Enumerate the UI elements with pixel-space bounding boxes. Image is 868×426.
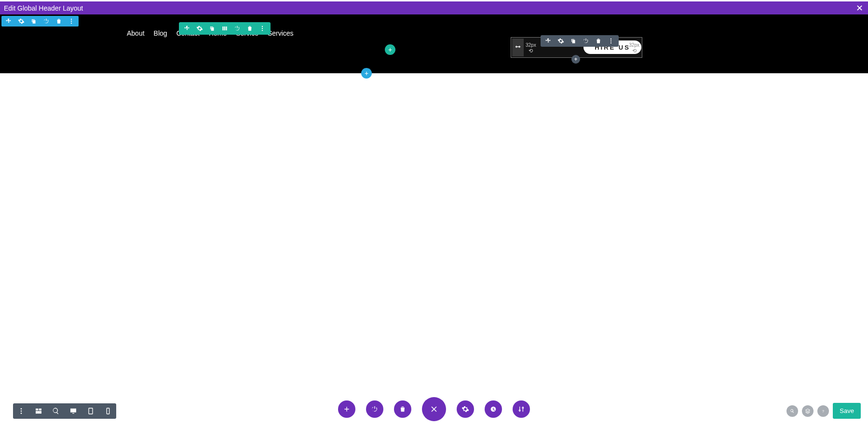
svg-point-11 — [21, 413, 22, 414]
nav-item-services[interactable]: Services — [268, 29, 294, 37]
svg-rect-13 — [107, 408, 109, 414]
svg-point-7 — [610, 40, 611, 41]
svg-point-1 — [71, 21, 72, 22]
topbar: Edit Global Header Layout ✕ — [0, 1, 868, 14]
more-icon[interactable] — [259, 25, 266, 32]
history-button[interactable] — [485, 400, 502, 418]
power-icon[interactable] — [583, 38, 589, 44]
svg-point-5 — [262, 30, 263, 31]
drag-column[interactable] — [512, 39, 524, 56]
link-icon: ⟲ — [526, 48, 536, 54]
help-button[interactable]: ? — [817, 405, 829, 417]
move-icon[interactable] — [545, 38, 552, 44]
link-icon: ⟲ — [629, 48, 639, 54]
desktop-icon[interactable] — [69, 407, 78, 415]
power-button[interactable] — [366, 400, 383, 418]
module-toolbar — [541, 35, 619, 47]
editor-title: Edit Global Header Layout — [4, 4, 83, 12]
svg-point-9 — [21, 408, 22, 410]
svg-point-4 — [262, 28, 263, 29]
svg-point-6 — [610, 39, 611, 40]
trash-button[interactable] — [394, 400, 411, 418]
trash-icon[interactable] — [55, 18, 62, 25]
section-toolbar — [1, 16, 79, 27]
search-button[interactable] — [787, 405, 798, 417]
footer-right: ? Save — [787, 403, 861, 419]
settings-button[interactable] — [457, 400, 474, 418]
svg-point-8 — [610, 42, 611, 43]
nav-item-blog[interactable]: Blog — [154, 29, 167, 37]
move-icon[interactable] — [184, 25, 190, 32]
trash-icon[interactable] — [246, 25, 253, 32]
row-toolbar — [179, 22, 271, 35]
svg-point-3 — [262, 26, 263, 27]
nav-item-about[interactable]: About — [127, 29, 145, 37]
layers-button[interactable] — [802, 405, 814, 417]
svg-point-2 — [71, 23, 72, 24]
wireframe-icon[interactable] — [34, 407, 43, 415]
svg-point-0 — [71, 19, 72, 20]
add-module-button[interactable]: + — [571, 55, 580, 64]
gear-icon[interactable] — [196, 25, 203, 32]
adjust-button[interactable] — [513, 400, 530, 418]
close-builder-button[interactable] — [422, 397, 446, 421]
svg-text:?: ? — [822, 409, 824, 413]
zoom-icon[interactable] — [52, 407, 60, 415]
canvas-area — [0, 73, 868, 426]
close-icon[interactable]: ✕ — [856, 4, 863, 13]
duplicate-icon[interactable] — [570, 38, 577, 44]
tablet-icon[interactable] — [86, 407, 95, 415]
svg-point-10 — [21, 411, 22, 412]
view-toolbar — [13, 403, 116, 419]
trash-icon[interactable] — [595, 38, 602, 44]
gear-icon[interactable] — [18, 18, 25, 25]
padding-left-hint: 32px⟲ — [526, 42, 536, 54]
header-section: About Blog Contact Home Service Services… — [0, 14, 868, 73]
add-row-button[interactable]: + — [385, 44, 395, 55]
svg-rect-12 — [89, 408, 93, 414]
more-icon[interactable] — [17, 407, 26, 415]
move-icon[interactable] — [5, 18, 12, 25]
gear-icon[interactable] — [557, 38, 564, 44]
add-button[interactable] — [338, 400, 355, 418]
duplicate-icon[interactable] — [209, 25, 216, 32]
more-icon[interactable] — [608, 38, 614, 44]
main-actions — [338, 397, 530, 421]
columns-icon[interactable] — [221, 25, 228, 32]
phone-icon[interactable] — [104, 407, 112, 415]
add-section-button[interactable]: + — [361, 68, 372, 79]
power-icon[interactable] — [43, 18, 50, 25]
padding-right-hint: 32px⟲ — [629, 42, 639, 54]
save-button[interactable]: Save — [833, 403, 861, 419]
more-icon[interactable] — [68, 18, 75, 25]
resize-horizontal-icon[interactable] — [514, 43, 522, 53]
duplicate-icon[interactable] — [30, 18, 37, 25]
power-icon[interactable] — [234, 25, 241, 32]
